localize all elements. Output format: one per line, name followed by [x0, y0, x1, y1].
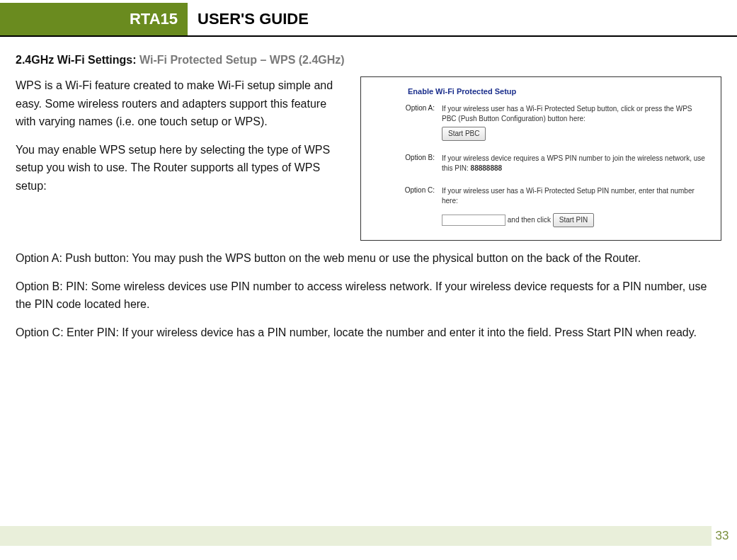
intro-p2: You may enable WPS setup here by selecti…: [16, 141, 348, 195]
wps-pin-input[interactable]: [442, 215, 505, 226]
page-number: 33: [712, 526, 733, 546]
wps-screenshot: Enable Wi-Fi Protected Setup Option A: I…: [360, 76, 721, 241]
wps-option-c: Option C: If your wireless user has a Wi…: [374, 186, 708, 227]
wps-pin-value: 88888888: [471, 164, 503, 172]
section-heading-rest: Wi-Fi Protected Setup – WPS (2.4GHz): [139, 54, 345, 66]
header-title: USER'S GUIDE: [198, 10, 309, 28]
section-heading-bold: 2.4GHz Wi-Fi Settings:: [16, 54, 139, 66]
option-c-para: Option C: Enter PIN: If your wireless de…: [16, 324, 721, 342]
intro-row: WPS is a Wi-Fi feature created to make W…: [16, 76, 721, 241]
wps-option-c-label: Option C:: [374, 186, 442, 227]
intro-p1: WPS is a Wi-Fi feature created to make W…: [16, 76, 348, 131]
option-b-para: Option B: PIN: Some wireless devices use…: [16, 278, 721, 314]
header-title-block: USER'S GUIDE: [188, 3, 309, 35]
body-paragraphs: Option A: Push button: You may push the …: [16, 249, 721, 341]
wps-option-a-text: If your wireless user has a Wi-Fi Protec…: [442, 105, 692, 122]
header-brand-block: RTA15: [0, 3, 188, 35]
footer-band: [0, 526, 712, 546]
wps-option-b-desc: If your wireless device requires a WPS P…: [442, 154, 708, 173]
wps-option-c-desc: If your wireless user has a Wi-Fi Protec…: [442, 186, 708, 227]
section-heading: 2.4GHz Wi-Fi Settings: Wi-Fi Protected S…: [16, 54, 721, 67]
start-pbc-button[interactable]: Start PBC: [442, 127, 486, 141]
intro-text: WPS is a Wi-Fi feature created to make W…: [16, 76, 348, 205]
page-footer: 33: [0, 526, 733, 546]
wps-option-a-label: Option A:: [374, 104, 442, 141]
wps-option-c-text: If your wireless user has a Wi-Fi Protec…: [442, 187, 695, 205]
wps-option-c-mid: and then click: [505, 216, 553, 224]
start-pin-button[interactable]: Start PIN: [553, 213, 595, 227]
page-header: RTA15 USER'S GUIDE: [0, 3, 737, 37]
wps-option-b: Option B: If your wireless device requir…: [374, 154, 708, 173]
option-a-para: Option A: Push button: You may push the …: [16, 249, 721, 268]
wps-option-a-desc: If your wireless user has a Wi-Fi Protec…: [442, 104, 708, 141]
wps-title: Enable Wi-Fi Protected Setup: [374, 87, 708, 96]
brand-label: RTA15: [130, 10, 178, 28]
page-content: 2.4GHz Wi-Fi Settings: Wi-Fi Protected S…: [0, 37, 737, 341]
wps-option-b-label: Option B:: [374, 154, 442, 173]
wps-option-a: Option A: If your wireless user has a Wi…: [374, 104, 708, 141]
